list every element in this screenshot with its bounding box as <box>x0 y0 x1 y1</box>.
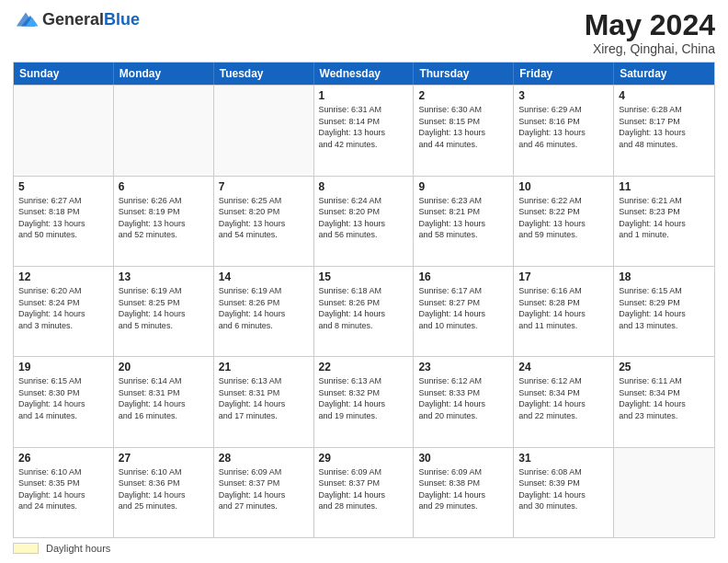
day-number: 1 <box>319 89 409 102</box>
logo-icon <box>13 9 39 29</box>
day-number: 30 <box>418 452 508 465</box>
day-number: 12 <box>18 270 108 283</box>
weekday-header-thursday: Thursday <box>414 63 514 85</box>
calendar-cell: 23Sunrise: 6:12 AM Sunset: 8:33 PM Dayli… <box>414 357 514 446</box>
day-info: Sunrise: 6:29 AM Sunset: 8:16 PM Dayligh… <box>518 104 609 150</box>
calendar-cell: 7Sunrise: 6:25 AM Sunset: 8:20 PM Daylig… <box>214 177 314 266</box>
day-info: Sunrise: 6:13 AM Sunset: 8:32 PM Dayligh… <box>319 375 409 421</box>
day-number: 4 <box>619 89 710 102</box>
calendar-row-5: 26Sunrise: 6:10 AM Sunset: 8:35 PM Dayli… <box>14 447 714 537</box>
daylight-label: Daylight hours <box>46 543 110 554</box>
day-number: 7 <box>219 180 309 193</box>
day-info: Sunrise: 6:26 AM Sunset: 8:19 PM Dayligh… <box>119 195 209 241</box>
day-info: Sunrise: 6:11 AM Sunset: 8:34 PM Dayligh… <box>619 375 710 421</box>
calendar-cell: 30Sunrise: 6:09 AM Sunset: 8:38 PM Dayli… <box>414 448 514 537</box>
logo: GeneralBlue <box>13 9 140 29</box>
day-info: Sunrise: 6:12 AM Sunset: 8:34 PM Dayligh… <box>518 375 609 421</box>
day-number: 24 <box>518 361 609 373</box>
day-number: 15 <box>319 270 409 283</box>
calendar-cell: 21Sunrise: 6:13 AM Sunset: 8:31 PM Dayli… <box>214 357 314 446</box>
day-info: Sunrise: 6:28 AM Sunset: 8:17 PM Dayligh… <box>619 104 710 150</box>
calendar-cell: 3Sunrise: 6:29 AM Sunset: 8:16 PM Daylig… <box>514 86 614 175</box>
day-info: Sunrise: 6:22 AM Sunset: 8:22 PM Dayligh… <box>518 195 609 241</box>
calendar-cell: 14Sunrise: 6:19 AM Sunset: 8:26 PM Dayli… <box>214 267 314 356</box>
calendar-cell <box>214 86 314 175</box>
calendar-cell: 12Sunrise: 6:20 AM Sunset: 8:24 PM Dayli… <box>14 267 114 356</box>
day-info: Sunrise: 6:08 AM Sunset: 8:39 PM Dayligh… <box>518 466 609 512</box>
calendar-cell: 11Sunrise: 6:21 AM Sunset: 8:23 PM Dayli… <box>614 177 714 266</box>
day-number: 11 <box>619 180 710 193</box>
calendar-cell: 26Sunrise: 6:10 AM Sunset: 8:35 PM Dayli… <box>14 448 114 537</box>
day-info: Sunrise: 6:19 AM Sunset: 8:26 PM Dayligh… <box>219 285 309 331</box>
day-info: Sunrise: 6:24 AM Sunset: 8:20 PM Dayligh… <box>319 195 409 241</box>
title-location: Xireg, Qinghai, China <box>585 41 715 56</box>
calendar-cell: 1Sunrise: 6:31 AM Sunset: 8:14 PM Daylig… <box>314 86 415 175</box>
day-number: 21 <box>219 361 309 373</box>
weekday-header-monday: Monday <box>114 63 214 85</box>
day-info: Sunrise: 6:27 AM Sunset: 8:18 PM Dayligh… <box>18 195 108 241</box>
calendar-cell <box>614 448 714 537</box>
day-info: Sunrise: 6:14 AM Sunset: 8:31 PM Dayligh… <box>119 375 209 421</box>
day-number: 18 <box>619 270 710 283</box>
calendar-cell: 31Sunrise: 6:08 AM Sunset: 8:39 PM Dayli… <box>514 448 614 537</box>
calendar-cell: 15Sunrise: 6:18 AM Sunset: 8:26 PM Dayli… <box>314 267 415 356</box>
day-number: 23 <box>418 361 508 373</box>
calendar-cell: 20Sunrise: 6:14 AM Sunset: 8:31 PM Dayli… <box>114 357 214 446</box>
day-number: 2 <box>418 89 508 102</box>
day-number: 16 <box>418 270 508 283</box>
day-info: Sunrise: 6:15 AM Sunset: 8:30 PM Dayligh… <box>18 375 108 421</box>
day-number: 25 <box>619 361 710 373</box>
calendar-cell: 6Sunrise: 6:26 AM Sunset: 8:19 PM Daylig… <box>114 177 214 266</box>
title-block: May 2024 Xireg, Qinghai, China <box>585 9 715 56</box>
day-number: 9 <box>418 180 508 193</box>
day-number: 8 <box>319 180 409 193</box>
day-info: Sunrise: 6:25 AM Sunset: 8:20 PM Dayligh… <box>219 195 309 241</box>
day-number: 29 <box>319 452 409 465</box>
calendar-cell: 29Sunrise: 6:09 AM Sunset: 8:37 PM Dayli… <box>314 448 415 537</box>
calendar-cell: 10Sunrise: 6:22 AM Sunset: 8:22 PM Dayli… <box>514 177 614 266</box>
day-info: Sunrise: 6:12 AM Sunset: 8:33 PM Dayligh… <box>418 375 508 421</box>
weekday-header-friday: Friday <box>514 63 614 85</box>
day-number: 3 <box>518 89 609 102</box>
day-info: Sunrise: 6:18 AM Sunset: 8:26 PM Dayligh… <box>319 285 409 331</box>
calendar-cell: 13Sunrise: 6:19 AM Sunset: 8:25 PM Dayli… <box>114 267 214 356</box>
calendar-cell <box>114 86 214 175</box>
calendar-cell: 9Sunrise: 6:23 AM Sunset: 8:21 PM Daylig… <box>414 177 514 266</box>
day-info: Sunrise: 6:20 AM Sunset: 8:24 PM Dayligh… <box>18 285 108 331</box>
day-number: 5 <box>18 180 108 193</box>
day-number: 26 <box>18 452 108 465</box>
day-info: Sunrise: 6:15 AM Sunset: 8:29 PM Dayligh… <box>619 285 710 331</box>
day-info: Sunrise: 6:16 AM Sunset: 8:28 PM Dayligh… <box>518 285 609 331</box>
calendar-row-1: 1Sunrise: 6:31 AM Sunset: 8:14 PM Daylig… <box>14 85 714 175</box>
calendar-cell: 2Sunrise: 6:30 AM Sunset: 8:15 PM Daylig… <box>414 86 514 175</box>
page: GeneralBlue May 2024 Xireg, Qinghai, Chi… <box>0 0 728 563</box>
day-info: Sunrise: 6:19 AM Sunset: 8:25 PM Dayligh… <box>119 285 209 331</box>
day-number: 6 <box>119 180 209 193</box>
day-number: 17 <box>518 270 609 283</box>
calendar-header: SundayMondayTuesdayWednesdayThursdayFrid… <box>14 63 714 85</box>
day-info: Sunrise: 6:13 AM Sunset: 8:31 PM Dayligh… <box>219 375 309 421</box>
calendar-cell: 19Sunrise: 6:15 AM Sunset: 8:30 PM Dayli… <box>14 357 114 446</box>
day-info: Sunrise: 6:31 AM Sunset: 8:14 PM Dayligh… <box>319 104 409 150</box>
day-number: 10 <box>518 180 609 193</box>
calendar-cell: 17Sunrise: 6:16 AM Sunset: 8:28 PM Dayli… <box>514 267 614 356</box>
day-number: 27 <box>119 452 209 465</box>
day-info: Sunrise: 6:23 AM Sunset: 8:21 PM Dayligh… <box>418 195 508 241</box>
day-info: Sunrise: 6:30 AM Sunset: 8:15 PM Dayligh… <box>418 104 508 150</box>
calendar-body: 1Sunrise: 6:31 AM Sunset: 8:14 PM Daylig… <box>14 85 714 537</box>
calendar: SundayMondayTuesdayWednesdayThursdayFrid… <box>13 62 715 538</box>
daylight-swatch <box>13 543 39 554</box>
day-info: Sunrise: 6:09 AM Sunset: 8:37 PM Dayligh… <box>319 466 409 512</box>
calendar-row-2: 5Sunrise: 6:27 AM Sunset: 8:18 PM Daylig… <box>14 176 714 266</box>
day-info: Sunrise: 6:10 AM Sunset: 8:36 PM Dayligh… <box>119 466 209 512</box>
calendar-cell: 24Sunrise: 6:12 AM Sunset: 8:34 PM Dayli… <box>514 357 614 446</box>
calendar-cell: 25Sunrise: 6:11 AM Sunset: 8:34 PM Dayli… <box>614 357 714 446</box>
calendar-cell: 8Sunrise: 6:24 AM Sunset: 8:20 PM Daylig… <box>314 177 415 266</box>
day-number: 20 <box>119 361 209 373</box>
calendar-cell <box>14 86 114 175</box>
day-info: Sunrise: 6:09 AM Sunset: 8:38 PM Dayligh… <box>418 466 508 512</box>
calendar-cell: 22Sunrise: 6:13 AM Sunset: 8:32 PM Dayli… <box>314 357 415 446</box>
day-info: Sunrise: 6:17 AM Sunset: 8:27 PM Dayligh… <box>418 285 508 331</box>
calendar-cell: 16Sunrise: 6:17 AM Sunset: 8:27 PM Dayli… <box>414 267 514 356</box>
calendar-cell: 27Sunrise: 6:10 AM Sunset: 8:36 PM Dayli… <box>114 448 214 537</box>
